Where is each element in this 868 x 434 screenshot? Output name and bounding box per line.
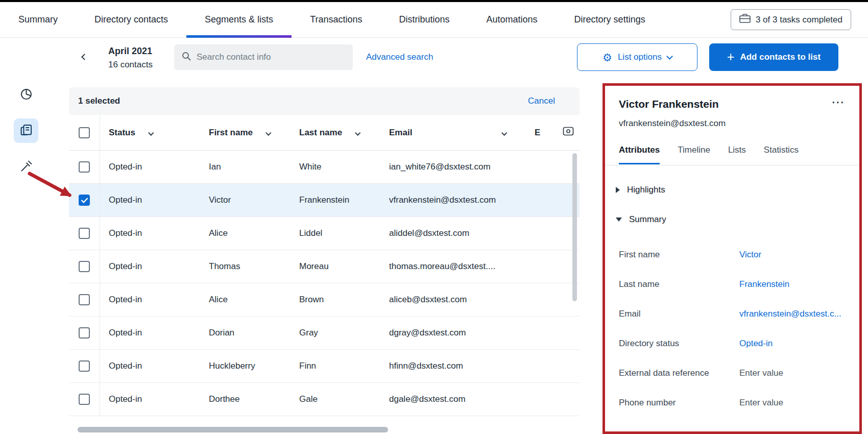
section-highlights[interactable]: Highlights (616, 185, 846, 195)
tab-label: Distributions (399, 14, 450, 25)
tab-summary[interactable]: Summary (0, 2, 76, 37)
eye-icon[interactable] (562, 125, 574, 140)
cancel-selection-link[interactable]: Cancel (528, 96, 555, 106)
table-row[interactable]: Opted-in Alice Brown aliceb@dsxtest.com (69, 283, 580, 317)
column-header-truncated[interactable]: E (531, 115, 557, 150)
column-label: Last name (299, 128, 342, 138)
cell-empty (531, 151, 557, 183)
column-header-last-name[interactable]: Last name (291, 115, 380, 150)
tabs-divider (605, 165, 859, 165)
row-checkbox[interactable] (79, 261, 90, 272)
add-contacts-button[interactable]: + Add contacts to list (709, 43, 838, 71)
column-header-email[interactable]: Email (380, 115, 531, 150)
detail-header: Victor Frankenstein ⋯ (619, 97, 846, 111)
tab-timeline[interactable]: Timeline (678, 145, 710, 164)
tasks-completed-button[interactable]: 3 of 3 tasks completed (731, 9, 851, 30)
contact-count: 16 contacts (108, 59, 153, 71)
horizontal-scrollbar[interactable] (78, 427, 388, 432)
search-input[interactable] (197, 52, 346, 62)
table-row-selected[interactable]: Opted-in Victor Frankenstein vfrankenste… (69, 184, 580, 217)
field-row-phone-number: Phone number Enter value (619, 388, 846, 418)
cell-email: vfrankenstein@dsxtest.com (380, 184, 531, 216)
select-all-cell (69, 115, 100, 150)
chevron-down-icon (355, 128, 359, 138)
row-checkbox[interactable] (79, 360, 90, 372)
column-header-first-name[interactable]: First name (200, 115, 291, 150)
field-value[interactable]: Opted-in (739, 339, 773, 349)
cell-status: Opted-in (100, 217, 200, 250)
cell-empty (557, 317, 580, 349)
add-contacts-label: Add contacts to list (740, 52, 821, 62)
field-value-placeholder[interactable]: Enter value (739, 398, 783, 408)
field-row-first-name: First name Victor (619, 240, 846, 270)
list-options-button[interactable]: ⚙ List options (577, 43, 697, 71)
tab-statistics[interactable]: Statistics (764, 145, 799, 164)
select-all-checkbox[interactable] (79, 127, 90, 138)
tab-attributes[interactable]: Attributes (619, 145, 660, 164)
cell-email: ian_white76@dsxtest.com (380, 151, 531, 183)
row-checkbox-cell (69, 184, 100, 216)
search-icon (181, 51, 191, 63)
tab-automations[interactable]: Automations (468, 2, 556, 37)
cell-email: hfinn@dsxtest.com (380, 350, 531, 382)
row-checkbox[interactable] (79, 161, 90, 173)
field-value[interactable]: Frankenstein (739, 279, 789, 290)
tab-directory-settings[interactable]: Directory settings (556, 2, 664, 37)
row-checkbox[interactable] (79, 294, 90, 305)
field-label: Phone number (619, 398, 739, 408)
contacts-table: 1 selected Cancel Status First name Last… (69, 87, 580, 416)
field-value-placeholder[interactable]: Enter value (739, 368, 783, 378)
row-checkbox-cell (69, 250, 100, 283)
column-header-status[interactable]: Status (100, 115, 200, 150)
tab-distributions[interactable]: Distributions (381, 2, 468, 37)
table-row[interactable]: Opted-in Thomas Moreau thomas.moreau@dsx… (69, 250, 580, 283)
back-button[interactable] (77, 49, 92, 64)
cell-last-name: Finn (291, 350, 380, 382)
sidebar-item-tools[interactable] (14, 155, 38, 179)
cell-last-name: White (291, 151, 380, 183)
chevron-down-icon (616, 218, 622, 222)
row-checkbox[interactable] (79, 327, 90, 339)
row-checkbox[interactable] (79, 394, 90, 405)
plus-icon: + (727, 51, 735, 63)
summary-fields: First name Victor Last name Frankenstein… (619, 240, 846, 418)
sidebar-item-segments-report[interactable] (14, 83, 38, 107)
row-checkbox[interactable] (79, 228, 90, 239)
table-row[interactable]: Opted-in Dorthee Gale dgale@dsxtest.com (69, 383, 580, 416)
lists-book-icon (19, 123, 33, 139)
row-checkbox-cell (69, 217, 100, 250)
row-checkbox-cell (69, 383, 100, 416)
sidebar-item-segments-lists[interactable] (14, 118, 38, 143)
tab-directory-contacts[interactable]: Directory contacts (76, 2, 186, 37)
ellipsis-menu-icon[interactable]: ⋯ (831, 97, 846, 107)
cell-first-name: Ian (200, 151, 291, 183)
chevron-down-icon (666, 53, 673, 60)
table-row[interactable]: Opted-in Huckleberry Finn hfinn@dsxtest.… (69, 350, 580, 383)
field-row-email: Email vfrankenstein@dsxtest.c... (619, 299, 846, 329)
tasks-completed-label: 3 of 3 tasks completed (756, 15, 842, 25)
chevron-right-icon (616, 187, 620, 193)
table-row[interactable]: Opted-in Alice Liddel aliddel@dsxtest.co… (69, 217, 580, 250)
wand-icon (19, 159, 33, 175)
row-checkbox-cell (69, 317, 100, 349)
vertical-scrollbar[interactable] (572, 153, 577, 301)
table-row[interactable]: Opted-in Dorian Gray dgray@dsxtest.com (69, 317, 580, 350)
field-row-last-name: Last name Frankenstein (619, 270, 846, 299)
cell-first-name: Alice (200, 217, 291, 250)
contact-email: vfrankenstein@dsxtest.com (619, 118, 846, 129)
cell-status: Opted-in (100, 250, 200, 283)
field-row-external-data-reference: External data reference Enter value (619, 358, 846, 388)
cell-last-name: Moreau (291, 250, 380, 283)
tab-segments-lists[interactable]: Segments & lists (186, 2, 292, 37)
field-value[interactable]: Victor (739, 250, 761, 260)
table-row[interactable]: Opted-in Ian White ian_white76@dsxtest.c… (69, 151, 580, 184)
list-options-label: List options (618, 52, 662, 62)
tab-lists[interactable]: Lists (728, 145, 746, 164)
cell-empty (531, 217, 557, 250)
field-value[interactable]: vfrankenstein@dsxtest.c... (739, 309, 841, 319)
advanced-search-link[interactable]: Advanced search (366, 51, 433, 63)
tab-transactions[interactable]: Transactions (292, 2, 380, 37)
selected-count: 1 selected (78, 96, 120, 106)
row-checkbox-checked[interactable] (79, 195, 90, 206)
section-summary[interactable]: Summary (616, 214, 846, 225)
